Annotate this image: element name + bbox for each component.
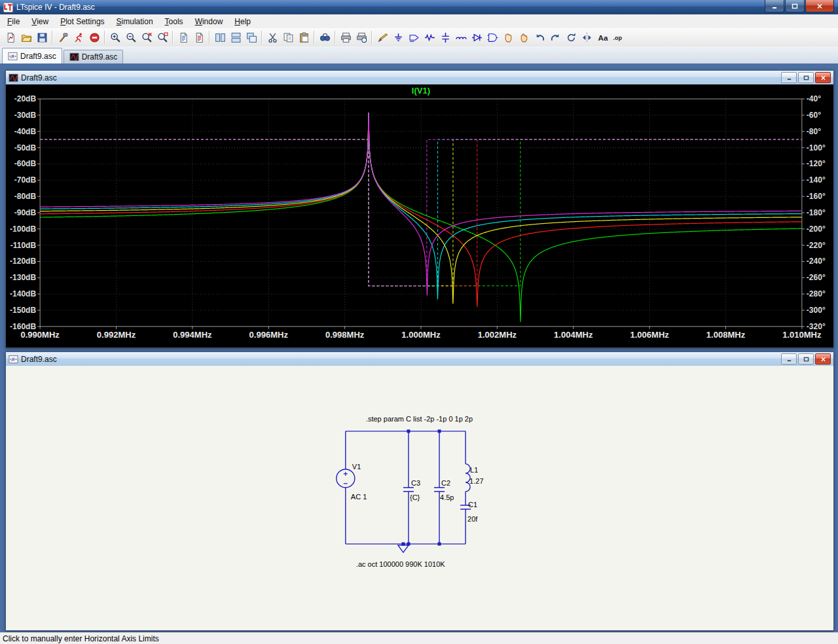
toolbar-zoom-out-button[interactable] <box>123 29 139 45</box>
circuit-wires[interactable] <box>337 431 471 552</box>
waveform-window-titlebar[interactable]: Draft9.asc <box>6 71 833 85</box>
move-icon <box>503 32 514 43</box>
toolbar-place-inductor-button[interactable] <box>453 29 469 45</box>
label-c1-ref[interactable]: C1 <box>468 501 477 509</box>
schematic-minimize-button[interactable] <box>781 353 797 365</box>
svg-text:-180°: -180° <box>807 208 826 217</box>
svg-text:-60dB: -60dB <box>14 159 37 168</box>
label-c2-ref[interactable]: C2 <box>441 479 450 487</box>
toolbar-drag-button[interactable] <box>516 29 532 45</box>
waveform-icon <box>9 73 18 82</box>
toolbar-tile-horizontal-button[interactable] <box>228 29 244 45</box>
toolbar-rotate-button[interactable] <box>563 29 579 45</box>
menu-help[interactable]: Help <box>228 15 257 28</box>
toolbar-place-text-button[interactable]: Aa <box>594 29 610 45</box>
toolbar-move-button[interactable] <box>500 29 516 45</box>
find-icon <box>319 32 331 43</box>
toolbar-place-component-button[interactable] <box>484 29 500 45</box>
svg-text:-280°: -280° <box>807 289 826 298</box>
toolbar-mirror-button[interactable] <box>579 29 594 45</box>
label-v1-value[interactable]: AC 1 <box>351 493 367 501</box>
waveform-minimize-button[interactable] <box>781 72 797 83</box>
menu-window[interactable]: Window <box>189 15 229 28</box>
toolbar-open-button[interactable] <box>18 29 34 45</box>
label-l1-ref[interactable]: L1 <box>470 466 478 474</box>
toolbar-label-net-button[interactable] <box>406 29 422 45</box>
schematic-window-titlebar[interactable]: Draft9.asc <box>6 352 833 367</box>
schematic-icon <box>9 355 18 364</box>
waveform-plot-area[interactable]: 0.990MHz0.992MHz0.994MHz0.996MHz0.998MHz… <box>6 84 833 348</box>
menu-simulation[interactable]: Simulation <box>111 15 159 28</box>
schematic-close-button[interactable] <box>815 353 831 365</box>
menu-view[interactable]: View <box>26 15 54 28</box>
spice-directive-ac[interactable]: .ac oct 100000 990K 1010K <box>356 560 445 568</box>
minimize-button[interactable] <box>765 0 784 12</box>
schematic-maximize-button[interactable] <box>798 353 814 365</box>
spice-directive-step[interactable]: .step param C list -2p -1p 0 1p 2p <box>366 415 473 423</box>
toolbar-paste-button[interactable] <box>296 29 312 45</box>
toolbar-print-preview-button[interactable] <box>354 29 369 45</box>
svg-text:-30dB: -30dB <box>14 111 37 120</box>
label-v1-ref[interactable]: V1 <box>352 463 361 471</box>
toolbar-tile-vertical-button[interactable] <box>212 29 228 45</box>
toolbar-new-schematic-button[interactable] <box>3 29 18 45</box>
rotate-icon <box>566 32 577 43</box>
cascade-windows-icon <box>246 32 257 43</box>
svg-text:1.002MHz: 1.002MHz <box>478 330 517 340</box>
toolbar-control-panel-button[interactable] <box>55 29 71 45</box>
toolbar-undo-button[interactable] <box>532 29 547 45</box>
label-net-icon <box>409 32 420 43</box>
toolbar-halt-button[interactable] <box>86 29 102 45</box>
title-bar[interactable]: LTspice IV - Draft9.asc <box>0 0 838 14</box>
redo-icon <box>550 32 561 43</box>
toolbar-print-button[interactable] <box>338 29 354 45</box>
svg-text:1.008MHz: 1.008MHz <box>706 330 746 340</box>
toolbar-draw-wire-button[interactable] <box>374 29 390 45</box>
toolbar-redo-button[interactable] <box>547 29 563 45</box>
tab-waveform-draft9[interactable]: Draft9.asc <box>64 50 124 63</box>
toolbar-cascade-windows-button[interactable] <box>244 29 259 45</box>
label-c1-value[interactable]: 20f <box>467 515 478 523</box>
maximize-button[interactable] <box>785 0 805 12</box>
toolbar-spice-directive-button[interactable]: .op <box>610 29 626 45</box>
toolbar-place-ground-button[interactable] <box>390 29 406 45</box>
svg-text:-300°: -300° <box>807 306 826 315</box>
mirror-icon <box>581 32 592 43</box>
toolbar-find-button[interactable] <box>317 29 333 45</box>
tab-schematic-draft9[interactable]: Draft9.asc <box>2 48 62 63</box>
svg-text:0.992MHz: 0.992MHz <box>97 330 136 340</box>
close-button[interactable] <box>805 0 834 12</box>
label-c3-ref[interactable]: C3 <box>411 479 420 487</box>
svg-text:-120°: -120° <box>807 159 826 168</box>
svg-text:-60°: -60° <box>807 111 821 120</box>
menu-plot-settings[interactable]: Plot Settings <box>54 15 110 28</box>
toolbar-place-diode-button[interactable] <box>469 29 484 45</box>
toolbar-cut-button[interactable] <box>264 29 280 45</box>
menu-tools[interactable]: Tools <box>159 15 189 28</box>
run-icon <box>73 32 84 43</box>
toolbar-error-log-button[interactable] <box>191 29 207 45</box>
label-c2-value[interactable]: 4.5p <box>440 493 454 501</box>
toolbar-zoom-back-button[interactable] <box>139 29 155 45</box>
svg-text:-200°: -200° <box>807 224 826 234</box>
menu-file[interactable]: File <box>1 15 26 28</box>
toolbar-spice-netlist-button[interactable] <box>175 29 191 45</box>
label-c3-value[interactable]: {C} <box>410 493 420 501</box>
error-log-icon <box>194 32 205 43</box>
place-text-icon: Aa <box>597 32 608 43</box>
toolbar-copy-button[interactable] <box>280 29 296 45</box>
toolbar-zoom-in-button[interactable] <box>107 29 123 45</box>
waveform-close-button[interactable] <box>815 72 831 83</box>
waveform-maximize-button[interactable] <box>798 72 814 83</box>
schematic-canvas-area[interactable]: .step param C list -2p -1p 0 1p 2p .ac o… <box>6 366 833 630</box>
label-l1-value[interactable]: 1.27 <box>469 477 483 485</box>
svg-text:-320°: -320° <box>807 322 826 331</box>
zoom-in-icon <box>110 32 121 43</box>
toolbar-place-resistor-button[interactable] <box>422 29 437 45</box>
toolbar-zoom-full-button[interactable] <box>155 29 170 45</box>
toolbar-place-capacitor-button[interactable] <box>437 29 453 45</box>
schematic-canvas: .step param C list -2p -1p 0 1p 2p .ac o… <box>6 366 833 630</box>
status-bar: Click to manually enter Horizontal Axis … <box>0 632 838 644</box>
toolbar-save-button[interactable] <box>34 29 50 45</box>
toolbar-run-button[interactable] <box>71 29 86 45</box>
